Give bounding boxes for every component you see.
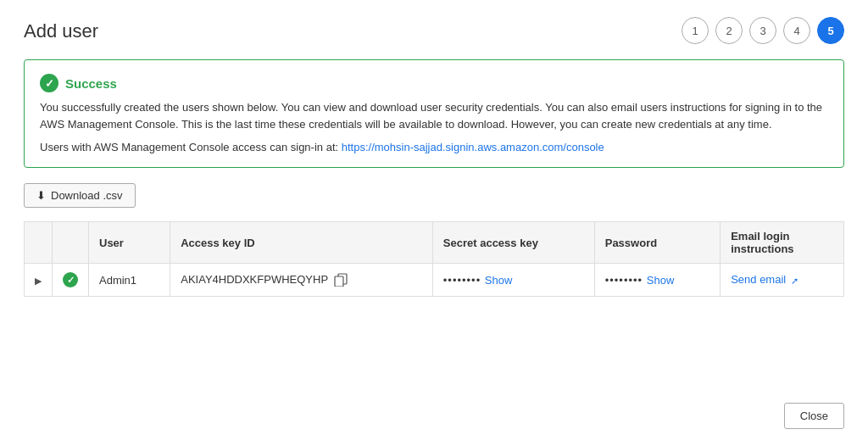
access-key-id-value: AKIAY4HDDXKFPWHEQYHP bbox=[181, 273, 328, 286]
col-user: User bbox=[89, 222, 170, 264]
secret-key-show-link[interactable]: Show bbox=[485, 274, 513, 287]
step-5[interactable]: 5 bbox=[817, 17, 844, 44]
send-email-link[interactable]: Send email ➚ bbox=[731, 273, 798, 286]
success-title: Success bbox=[65, 76, 117, 91]
console-url-link[interactable]: https://mohsin-sajjad.signin.aws.amazon.… bbox=[342, 141, 604, 153]
row-secret-key-cell: •••••••• Show bbox=[432, 264, 594, 297]
download-csv-button[interactable]: ⬇ Download .csv bbox=[24, 183, 136, 208]
step-2[interactable]: 2 bbox=[715, 17, 743, 44]
col-status bbox=[53, 222, 89, 264]
row-status-cell bbox=[53, 264, 89, 297]
col-expand bbox=[25, 222, 53, 264]
success-check-icon bbox=[40, 74, 58, 92]
table-row: ▶ Admin1 AKIAY4HDDXKFPWHEQYHP bbox=[25, 264, 844, 297]
col-password: Password bbox=[594, 222, 720, 264]
svg-rect-1 bbox=[335, 276, 343, 287]
close-button[interactable]: Close bbox=[784, 403, 844, 429]
copy-access-key-icon[interactable] bbox=[334, 273, 348, 287]
download-label: Download .csv bbox=[51, 189, 123, 202]
stepper: 1 2 3 4 5 bbox=[682, 17, 844, 44]
row-expand-cell[interactable]: ▶ bbox=[25, 264, 53, 297]
user-name: Admin1 bbox=[99, 274, 136, 287]
console-url-line: Users with AWS Management Console access… bbox=[40, 141, 828, 153]
password-show-link[interactable]: Show bbox=[647, 274, 675, 287]
step-4[interactable]: 4 bbox=[783, 17, 810, 44]
secret-key-masked: •••••••• bbox=[443, 274, 485, 287]
send-email-label: Send email bbox=[731, 273, 786, 286]
credentials-table: User Access key ID Secret access key Pas… bbox=[24, 221, 844, 297]
external-link-icon: ➚ bbox=[791, 276, 798, 286]
success-body-text: You successfully created the users shown… bbox=[40, 99, 828, 132]
success-banner: Success You successfully created the use… bbox=[24, 59, 844, 168]
row-email-cell: Send email ➚ bbox=[721, 264, 844, 297]
console-url-label: Users with AWS Management Console access… bbox=[40, 141, 338, 153]
password-masked: •••••••• bbox=[605, 274, 647, 287]
row-access-key-cell: AKIAY4HDDXKFPWHEQYHP bbox=[170, 264, 433, 297]
row-status-icon bbox=[63, 272, 78, 287]
step-3[interactable]: 3 bbox=[749, 17, 776, 44]
col-access-key-id: Access key ID bbox=[170, 222, 433, 264]
col-email-login: Email logininstructions bbox=[721, 222, 844, 264]
step-1[interactable]: 1 bbox=[682, 17, 709, 44]
download-icon: ⬇ bbox=[36, 189, 46, 202]
row-password-cell: •••••••• Show bbox=[594, 264, 720, 297]
expand-arrow-icon[interactable]: ▶ bbox=[35, 276, 42, 286]
row-user-cell: Admin1 bbox=[89, 264, 170, 297]
col-secret-access-key: Secret access key bbox=[432, 222, 594, 264]
